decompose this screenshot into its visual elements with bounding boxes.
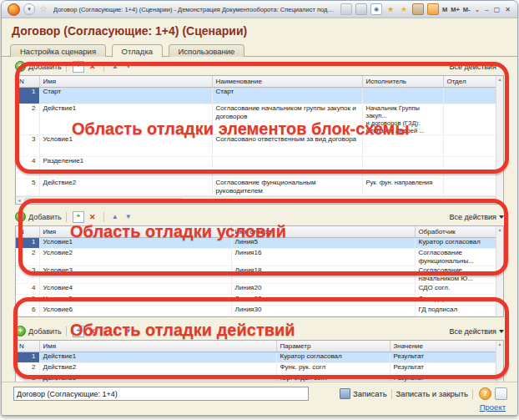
table-row[interactable]: 5Действие2Согласование функциональным ру… [16,179,501,196]
table-row[interactable]: 4Условие4Линия20СДО согл. [16,284,501,295]
maximize-button[interactable]: ▢ [494,6,501,13]
delete-row-icon[interactable]: ✕ [88,326,98,337]
table-cell[interactable]: Условие4 [39,284,231,295]
row-number-cell[interactable]: 1 [16,238,39,249]
move-down-icon[interactable]: ▼ [123,212,134,222]
column-header[interactable]: N [16,76,39,88]
table-cell[interactable]: Условие2 [39,249,231,266]
column-header[interactable]: Имя [39,341,276,352]
column-header[interactable]: Имя [39,76,212,88]
table-cell[interactable] [443,104,501,135]
column-header[interactable]: N [16,226,39,238]
memory-mplus-button[interactable]: M+ [451,6,460,13]
row-number-cell[interactable]: 2 [16,363,39,374]
table-cell[interactable]: Линия22 [231,295,415,306]
table-cell[interactable]: Действие2 [39,363,276,374]
history-star-icon[interactable]: ★ [399,4,409,14]
save-icon[interactable] [340,3,352,15]
column-header[interactable]: Имя [39,226,231,238]
column-header[interactable]: Значение [390,341,501,352]
calculator-icon[interactable] [427,3,439,15]
table-cell[interactable]: ГД подписал [415,306,501,316]
move-down-icon[interactable]: ▼ [123,326,134,337]
help-icon[interactable]: ? [479,387,491,400]
column-header[interactable]: Обработчик [415,226,501,238]
table-cell[interactable]: Рук. фун. направления [362,179,443,196]
table-cell[interactable]: Согласование функциональным руководителе… [212,179,362,196]
row-number-cell[interactable]: 4 [16,157,39,179]
table-cell[interactable]: Согласование функциональны... [415,249,501,266]
table-cell[interactable]: Линия18 [231,266,415,284]
move-down-icon[interactable]: ▼ [123,62,134,72]
table-cell[interactable]: Условие1 [39,238,231,249]
table-cell[interactable]: Линия16 [231,249,415,266]
table-cell[interactable]: Старт [39,88,212,104]
move-up-icon[interactable]: ▲ [110,212,120,222]
table-row[interactable]: 5Условие5Линия22Фин. дир. согл [16,295,501,306]
column-header[interactable]: N [16,341,39,352]
column-header[interactable]: Отдел [443,76,501,88]
table-cell[interactable]: Начальник Группы закуп... и договоров (Г… [362,104,443,135]
delete-row-icon[interactable]: ✕ [88,212,98,222]
table-cell[interactable]: Действие1 [39,104,212,135]
scrollbar-thumb[interactable] [24,198,183,203]
column-header[interactable]: Исполнитель [362,76,443,88]
print-preview-icon[interactable]: ◉ [370,3,382,15]
row-number-cell[interactable]: 1 [16,88,39,104]
show-in-window-icon[interactable] [495,387,507,400]
table-cell[interactable]: Согласование начальником Ю... [415,266,501,284]
table-cell[interactable]: Фин. дир. согл [415,295,501,306]
table-cell[interactable]: Куратор согласовал [415,238,501,249]
copy-row-icon[interactable]: + [73,211,84,223]
table-cell[interactable]: СДО согл. [415,284,501,295]
table-cell[interactable]: Условие5 [39,295,231,306]
favorites-star-icon[interactable]: ☆ [38,4,48,14]
all-actions-button[interactable]: Все действия [449,327,504,336]
table-cell[interactable]: Результат [390,363,501,374]
table-cell[interactable] [443,88,501,104]
table-cell[interactable]: Куратор согласовал [276,352,390,363]
row-number-cell[interactable]: 2 [16,104,39,135]
table-cell[interactable] [362,88,443,104]
column-header[interactable]: Наименование [212,76,362,88]
table-cell[interactable]: Условие3 [39,266,231,284]
table-cell[interactable] [443,157,501,179]
table-row[interactable]: 4Разделение1 [16,157,501,179]
table-row[interactable]: 2Условие2Линия16Согласование функциональ… [16,249,501,266]
save-button[interactable]: Записать [353,389,387,398]
table-cell[interactable]: Согласовано ответственным за вид договор… [212,135,362,157]
save-and-close-button[interactable]: Записать и закрыть [396,389,468,398]
table-row[interactable]: 2Действие2Функ. рук. соглРезультат [16,363,501,374]
tab-debug[interactable]: Отладка [112,44,164,58]
copy-row-icon[interactable]: + [73,61,84,73]
memory-mminus-button[interactable]: M- [463,6,471,13]
memory-m-button[interactable]: M [442,6,447,13]
row-number-cell[interactable]: 5 [16,295,39,306]
column-header[interactable]: Параметр [276,341,390,352]
move-up-icon[interactable]: ▲ [110,62,120,72]
table-cell[interactable]: Линия5 [231,238,415,249]
all-actions-button[interactable]: Все действия [449,213,504,221]
table-cell[interactable]: Условие1 [39,135,212,157]
notes-icon[interactable] [412,3,424,15]
table-row[interactable]: 3Условие3Линия18Согласование начальником… [16,266,501,284]
table-cell[interactable]: Функ. рук. согл [276,363,390,374]
row-number-cell[interactable]: 3 [16,135,39,157]
row-number-cell[interactable]: 2 [16,249,39,266]
vertical-scrollbar[interactable]: ▴ [496,226,503,316]
table-cell[interactable]: Условие6 [39,306,231,316]
print-icon[interactable] [355,3,367,15]
row-number-cell[interactable]: 3 [16,266,39,284]
table-cell[interactable] [362,157,443,179]
table-row[interactable]: 1Условие1Линия5Куратор согласовал [16,238,501,249]
table-row[interactable]: 3Условие1Согласовано ответственным за ви… [16,135,501,157]
table-cell[interactable]: Действие1 [39,352,276,363]
table-cell[interactable]: Согласование начальником группы закупок … [212,104,362,135]
scenario-name-input[interactable] [13,387,309,401]
close-button[interactable]: ✕ [505,6,511,13]
table-cell[interactable] [443,135,501,157]
table-cell[interactable]: Старт [212,88,362,104]
tab-usage[interactable]: Использование [169,44,245,57]
row-number-cell[interactable]: 6 [16,306,39,316]
table-row[interactable]: 1СтартСтарт [16,88,501,104]
